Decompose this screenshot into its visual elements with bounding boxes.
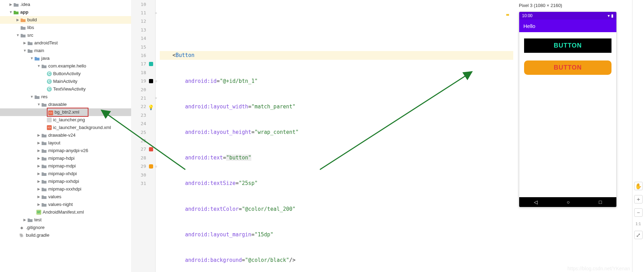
tree-item[interactable]: .gitignore	[26, 224, 44, 231]
zoom-tools: ✋ ＋ － 1:1 ⤢	[632, 0, 644, 272]
tree-item[interactable]: mipmap-hdpi	[48, 155, 74, 162]
tree-item[interactable]: mipmap-anydpi-v26	[48, 147, 88, 155]
lightbulb-icon[interactable]: 💡	[148, 105, 154, 109]
device-label: Pixel 3 (1080 × 2160)	[519, 3, 627, 8]
tree-item[interactable]: AndroidManifest.xml	[43, 208, 84, 216]
project-tree[interactable]: ▶.idea ▼app ▶build libs ▼src ▶androidTes…	[0, 0, 131, 272]
android-nav-bar: ◁ ○ □	[519, 197, 616, 207]
preview-button-2[interactable]: BUTTON	[524, 60, 611, 75]
tree-item[interactable]: TextViewActivity	[53, 85, 86, 93]
nav-home-icon[interactable]: ○	[567, 199, 570, 205]
nav-back-icon[interactable]: ◁	[534, 199, 538, 205]
tree-item[interactable]: mipmap-xxhdpi	[48, 178, 79, 185]
tree-item[interactable]: java	[41, 55, 50, 62]
gutter-color-swatch[interactable]	[149, 79, 153, 83]
tree-item[interactable]: mipmap-mdpi	[48, 162, 76, 170]
tree-item[interactable]: mipmap-xxxhdpi	[48, 185, 81, 193]
tree-item[interactable]: res	[41, 93, 48, 101]
zoom-in-button[interactable]: ＋	[634, 195, 643, 203]
tree-item[interactable]: mipmap-xhdpi	[48, 170, 77, 178]
gutter-color-swatch[interactable]	[149, 62, 153, 66]
warning-stripe-icon	[506, 14, 509, 16]
zoom-out-button[interactable]: －	[634, 208, 643, 217]
tree-item[interactable]: com.example.hello	[48, 62, 86, 70]
tree-item[interactable]: drawable-v24	[48, 131, 76, 139]
device-frame: 10:00 ▾▮ Hello BUTTON BUTTON ◁ ○ □	[519, 12, 617, 207]
editor-gutter[interactable]: 1011⊖1213141516171819⊟2021⊖22💡2324252627…	[131, 0, 156, 272]
layout-preview: Pixel 3 (1080 × 2160) 10:00 ▾▮ Hello BUT…	[513, 0, 632, 272]
nav-recent-icon[interactable]: □	[599, 199, 602, 205]
tree-item[interactable]: .idea	[20, 1, 30, 8]
tree-item[interactable]: src	[27, 31, 33, 39]
tree-item[interactable]: MainActivity	[53, 78, 77, 85]
tree-item[interactable]: ButtonActivity	[53, 70, 81, 78]
tree-item[interactable]: ic_launcher.png	[53, 116, 85, 124]
tree-item[interactable]: libs	[27, 24, 34, 31]
gutter-color-swatch[interactable]	[149, 164, 153, 169]
gutter-color-swatch[interactable]	[149, 147, 153, 151]
tree-item[interactable]: layout	[48, 139, 60, 147]
zoom-ratio: 1:1	[636, 222, 641, 226]
battery-icon: ▮	[611, 13, 614, 18]
tree-item-app[interactable]: app	[20, 8, 28, 16]
highlighted-file: <>bg_btn2.xml	[47, 108, 88, 117]
preview-button-1[interactable]: BUTTON	[524, 38, 611, 53]
tree-item[interactable]: drawable	[48, 101, 67, 108]
tree-item[interactable]: values-night	[48, 201, 73, 208]
wifi-icon: ▾	[608, 13, 610, 18]
app-title: Hello	[523, 23, 535, 29]
tree-item[interactable]: ic_launcher_background.xml	[53, 124, 111, 131]
zoom-fit-button[interactable]: ⤢	[634, 231, 643, 239]
tree-item[interactable]: androidTest	[34, 39, 58, 47]
status-clock: 10:00	[522, 13, 532, 18]
pan-tool-button[interactable]: ✋	[634, 182, 643, 190]
status-icons: ▾▮	[606, 13, 614, 18]
tree-item[interactable]: build.gradle	[26, 231, 49, 239]
tree-item[interactable]: values	[48, 193, 62, 201]
watermark: https://blog.csdn.net/YKenan	[567, 266, 630, 271]
tree-item[interactable]: test	[34, 216, 42, 224]
tree-item-selected[interactable]: bg_btn2.xml	[55, 109, 79, 115]
tree-item[interactable]: build	[27, 16, 37, 24]
code-editor[interactable]: <Button android:id="@+id/btn_1" android:…	[156, 0, 513, 272]
tree-item[interactable]: main	[34, 47, 44, 55]
